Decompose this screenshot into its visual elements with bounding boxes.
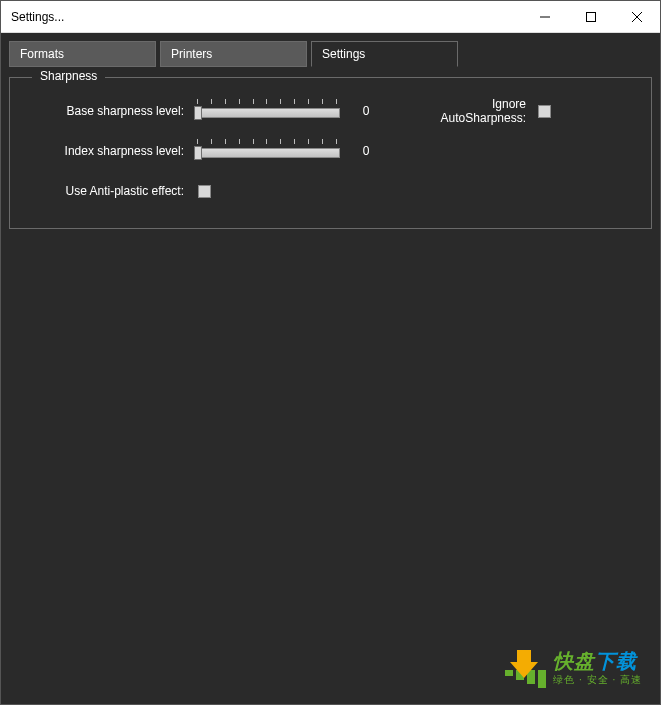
maximize-button[interactable] xyxy=(568,1,614,32)
slider-track xyxy=(194,148,340,158)
slider-thumb[interactable] xyxy=(194,106,202,120)
ignore-autosharpness-group: Ignore AutoSharpness: xyxy=(408,97,551,125)
watermark-main: 快盘下载 xyxy=(553,651,642,671)
close-button[interactable] xyxy=(614,1,660,32)
ignore-autosharpness-label: Ignore AutoSharpness: xyxy=(408,97,534,125)
window-controls xyxy=(522,1,660,32)
settings-window: Settings... Formats Printers Settings Sh… xyxy=(0,0,661,705)
minimize-icon xyxy=(540,12,550,22)
watermark-icon xyxy=(503,648,545,690)
slider-ticks xyxy=(197,99,337,107)
close-icon xyxy=(632,12,642,22)
slider-ticks xyxy=(197,139,337,147)
svg-rect-1 xyxy=(587,12,596,21)
index-sharpness-slider[interactable] xyxy=(194,139,340,163)
watermark-text: 快盘下载 绿色 · 安全 · 高速 xyxy=(553,651,642,687)
group-title: Sharpness xyxy=(32,69,105,83)
ignore-autosharpness-checkbox[interactable] xyxy=(538,105,551,118)
tab-formats[interactable]: Formats xyxy=(9,41,156,67)
tab-strip: Formats Printers Settings xyxy=(9,41,652,67)
window-title: Settings... xyxy=(11,10,64,24)
base-sharpness-label: Base sharpness level: xyxy=(26,104,194,118)
anti-plastic-row: Use Anti-plastic effect: xyxy=(26,178,635,204)
index-sharpness-label: Index sharpness level: xyxy=(26,144,194,158)
maximize-icon xyxy=(586,12,596,22)
base-sharpness-slider[interactable] xyxy=(194,99,340,123)
base-sharpness-row: Base sharpness level: 0 Ignore AutoSharp… xyxy=(26,98,635,124)
watermark-logo: 快盘下载 绿色 · 安全 · 高速 xyxy=(503,648,642,690)
client-area: Formats Printers Settings Sharpness Base… xyxy=(1,33,660,704)
tab-printers[interactable]: Printers xyxy=(160,41,307,67)
minimize-button[interactable] xyxy=(522,1,568,32)
titlebar: Settings... xyxy=(1,1,660,33)
slider-track xyxy=(194,108,340,118)
sharpness-group: Sharpness Base sharpness level: 0 Ignore… xyxy=(9,77,652,229)
tab-settings[interactable]: Settings xyxy=(311,41,458,67)
index-sharpness-value: 0 xyxy=(352,144,380,158)
anti-plastic-checkbox[interactable] xyxy=(198,185,211,198)
base-sharpness-value: 0 xyxy=(352,104,380,118)
index-sharpness-row: Index sharpness level: 0 xyxy=(26,138,635,164)
watermark-sub: 绿色 · 安全 · 高速 xyxy=(553,673,642,687)
slider-thumb[interactable] xyxy=(194,146,202,160)
anti-plastic-label: Use Anti-plastic effect: xyxy=(26,184,194,198)
